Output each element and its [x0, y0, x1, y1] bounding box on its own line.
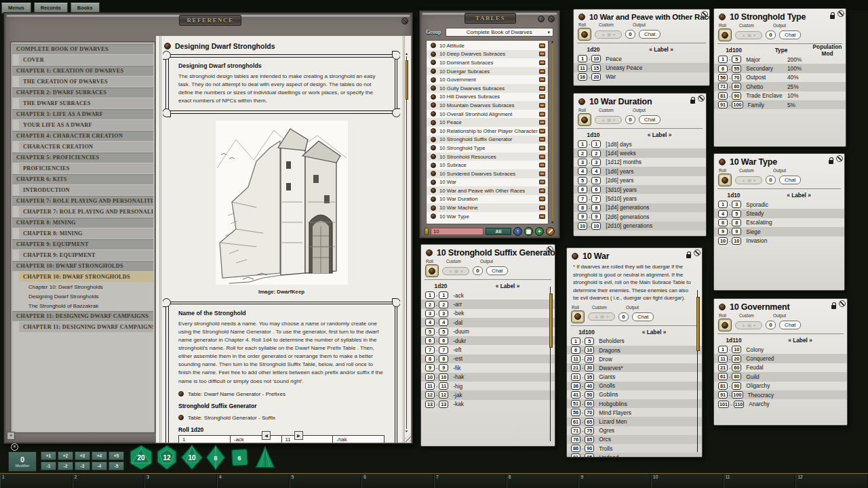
- sidebar-item[interactable]: YOUR LIFE AS A DWARF: [19, 120, 153, 130]
- chat-output-button[interactable]: Chat: [639, 30, 660, 39]
- modifier-step-button[interactable]: +3: [75, 451, 90, 460]
- page-scrollbar[interactable]: ▲ ▼: [404, 52, 409, 433]
- chat-output-button[interactable]: Chat: [779, 30, 801, 39]
- open-book-icon[interactable]: [539, 94, 545, 99]
- table-row[interactable]: 101-110Anarchy: [714, 399, 847, 408]
- table-row[interactable]: 21-30Dwarves*: [567, 363, 702, 372]
- table-list-item[interactable]: 10 Subrace: [427, 161, 548, 169]
- table-row[interactable]: 1-1-ack: [421, 291, 555, 300]
- table-list-item[interactable]: 10 Stronghold Suffix Generator: [427, 136, 548, 144]
- hotkey-slot[interactable]: 9: [578, 474, 651, 488]
- tab-notes[interactable]: Notes: [847, 378, 854, 399]
- close-icon[interactable]: [547, 246, 553, 253]
- sidebar-item[interactable]: Chapter 10: Dwarf Strongholds: [24, 283, 153, 291]
- d6-die[interactable]: 6: [229, 445, 250, 470]
- open-book-icon[interactable]: [539, 112, 545, 117]
- open-book-icon[interactable]: [539, 163, 545, 167]
- hotkey-slot[interactable]: 12: [795, 474, 868, 488]
- search-input[interactable]: [431, 228, 484, 235]
- d8-die[interactable]: 8: [205, 445, 226, 470]
- table-row[interactable]: 56-70Outpost40%: [714, 73, 846, 82]
- modifier-box[interactable]: 0 Modifier: [8, 451, 37, 472]
- modifier-step-button[interactable]: +1: [41, 451, 56, 460]
- sidebar-item[interactable]: CHAPTER 5: PROFICIENCIES: [12, 152, 153, 163]
- table-list-item[interactable]: 10 War Type: [427, 212, 548, 221]
- table-row[interactable]: 31-35Giants: [567, 372, 702, 381]
- roll-dice-button[interactable]: [718, 174, 732, 186]
- chat-output-button[interactable]: Chat: [779, 321, 801, 329]
- sidebar-item[interactable]: INTRODUCTION: [19, 185, 153, 195]
- custom-dice-controls[interactable]: ▲▦●: [735, 31, 762, 39]
- table-row[interactable]: 6-6-dukr: [421, 336, 555, 345]
- custom-dice-controls[interactable]: ▲▦●: [588, 312, 615, 321]
- table-row[interactable]: 12-12-jak: [421, 390, 555, 399]
- hotkey-slot[interactable]: 2: [73, 474, 145, 488]
- table-row[interactable]: 11-20Conquered: [714, 354, 847, 363]
- scroll-down-icon[interactable]: ▼: [404, 430, 409, 433]
- chat-output-button[interactable]: Chat: [779, 176, 801, 184]
- table-row[interactable]: 1-3Sporadic: [714, 200, 844, 209]
- close-icon[interactable]: [701, 11, 708, 18]
- open-book-icon[interactable]: [539, 120, 545, 125]
- sidebar-item[interactable]: The Stronghold of Bazzakrak: [24, 302, 153, 310]
- modifier-button[interactable]: 0: [473, 266, 483, 275]
- modifier-step-button[interactable]: +4: [92, 451, 107, 460]
- hotkey-slot[interactable]: 8: [507, 474, 579, 488]
- table-list-item[interactable]: 10 Stronghold Type: [427, 144, 548, 152]
- tab-notes[interactable]: Notes: [846, 87, 852, 109]
- tab-main[interactable]: Main: [702, 286, 709, 308]
- table-row[interactable]: 5-5-duum: [421, 327, 555, 336]
- window-titlebar[interactable]: 10 War Duration: [574, 94, 706, 107]
- sidebar-item[interactable]: CHAPTER 6: KITS: [12, 174, 153, 184]
- lock-icon[interactable]: [830, 15, 835, 19]
- window-titlebar[interactable]: 10 Stronghold Suffix Generator: [421, 245, 555, 258]
- table-list-item[interactable]: 10 Stronhold Resources: [427, 152, 548, 161]
- custom-dice-controls[interactable]: ▲▦●: [595, 30, 622, 39]
- open-book-icon[interactable]: [539, 214, 545, 219]
- table-row[interactable]: 4-5Steady: [714, 209, 844, 218]
- open-book-icon[interactable]: [539, 52, 545, 56]
- table-row[interactable]: 71-80Ghetto25%: [714, 82, 846, 91]
- sidebar-item[interactable]: CHAPTER 9: EQUIPMENT: [19, 250, 153, 260]
- sidebar-item[interactable]: CHAPTER 7: ROLE PLAYING AND PERSONALITIE…: [19, 207, 153, 217]
- table-list-item[interactable]: 10 War: [427, 178, 548, 187]
- table-list-item[interactable]: 10 War Duration: [427, 195, 548, 204]
- window-titlebar[interactable]: 10 Government: [714, 299, 847, 312]
- hotkey-slot[interactable]: 5: [290, 474, 362, 488]
- window-scrollbar[interactable]: [696, 290, 699, 452]
- table-row[interactable]: 71-75Ogres: [567, 426, 702, 435]
- roll-dice-button[interactable]: [718, 28, 732, 41]
- sidebar-item[interactable]: CHAPTER 8: MINING: [19, 228, 153, 239]
- modifier-step-button[interactable]: -1: [41, 462, 56, 470]
- hotkey-slot[interactable]: 3: [144, 474, 217, 488]
- table-link[interactable]: Table: Dwarf Name Generator - Prefixes: [178, 391, 384, 397]
- tab-main[interactable]: Main: [844, 192, 851, 214]
- close-icon[interactable]: [839, 300, 846, 307]
- tab-notes[interactable]: Notes: [844, 232, 851, 254]
- open-book-icon[interactable]: [539, 146, 545, 150]
- sidebar-item[interactable]: CHAPTER 11: DESIGNING DWARF CAMPAIGNS: [12, 311, 153, 321]
- sidebar-item[interactable]: Designing Dwarf Strongholds: [24, 292, 153, 301]
- open-book-icon[interactable]: [539, 188, 545, 193]
- open-book-icon[interactable]: [539, 205, 545, 210]
- close-icon[interactable]: [698, 95, 705, 102]
- open-book-icon[interactable]: [539, 43, 545, 48]
- sidebar-item[interactable]: THE CREATION OF DWARVES: [19, 77, 153, 87]
- close-icon[interactable]: [836, 155, 843, 162]
- sidebar-item[interactable]: CHAPTER 9: EQUIPMENT: [12, 239, 153, 249]
- table-row[interactable]: 2-2[1d4] weeks: [574, 148, 706, 157]
- modifier-step-button[interactable]: -4: [92, 462, 107, 470]
- table-row[interactable]: 3-3-bek: [421, 309, 555, 318]
- table-row[interactable]: 91-100Family5%: [714, 100, 846, 109]
- group-select[interactable]: Complete Book of Dwarves ▾: [446, 28, 553, 37]
- hotkey-slot[interactable]: 11: [724, 474, 796, 488]
- hotkey-slot[interactable]: 4: [217, 474, 290, 488]
- scroll-down-icon[interactable]: ▼: [550, 221, 555, 224]
- add-table-button[interactable]: +: [535, 227, 544, 236]
- open-book-icon[interactable]: [539, 137, 545, 142]
- custom-dice-controls[interactable]: ▲▦●: [595, 116, 622, 124]
- sidebar-item[interactable]: CHARACTER CREATION: [19, 142, 153, 152]
- table-row[interactable]: 21-60Feudal: [714, 363, 847, 372]
- table-list-item[interactable]: 10 Duergar Subraces: [427, 67, 548, 76]
- window-titlebar[interactable]: 10 War Type: [714, 154, 844, 167]
